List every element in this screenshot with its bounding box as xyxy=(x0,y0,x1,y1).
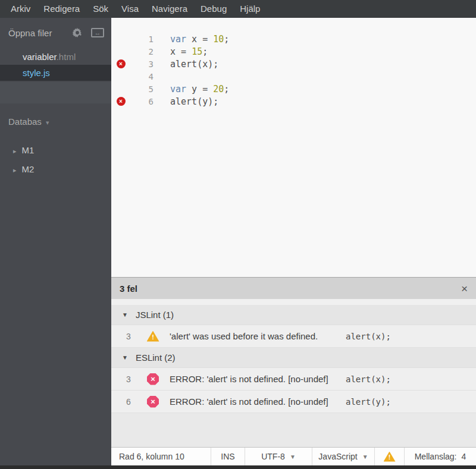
code-token: 15 xyxy=(192,46,202,57)
encoding-value: UTF-8 xyxy=(261,452,285,461)
file-name: variabler xyxy=(23,52,57,62)
file-item-style-js[interactable]: style.js xyxy=(0,65,111,81)
code-text: var y = 20; xyxy=(154,84,229,95)
insert-mode-indicator[interactable]: INS xyxy=(211,448,245,465)
encoding-dropdown[interactable]: UTF-8 ▼ xyxy=(245,448,312,465)
problem-row[interactable]: 3×ERROR: 'alert' is not defined. [no-und… xyxy=(111,368,476,391)
open-files-header: Öppna filer ↔ xyxy=(0,18,111,44)
code-text: x = 15; xyxy=(154,46,208,57)
main-area: 1var x = 10;2x = 15;×3alert(x);45var y =… xyxy=(111,18,476,465)
working-set-band xyxy=(0,82,111,103)
linter-section-label: JSLint (1) xyxy=(136,310,174,320)
indent-label: Mellanslag: xyxy=(415,452,457,461)
code-token: alert(y); xyxy=(170,96,218,107)
line-number: 1 xyxy=(130,34,154,44)
problems-panel: 3 fel × ▼JSLint (1)3'alert' was used bef… xyxy=(111,277,476,447)
problem-icon-cell xyxy=(136,331,170,342)
indent-value: 4 xyxy=(462,452,466,461)
chevron-down-icon: ▼ xyxy=(290,454,296,460)
indent-settings[interactable]: Mellanslag: 4 xyxy=(405,448,476,465)
tree-item-m2[interactable]: ▸M2 xyxy=(0,160,111,179)
panel-title: 3 fel xyxy=(120,284,461,294)
line-number: 3 xyxy=(130,59,154,69)
code-token: ; xyxy=(224,84,229,95)
code-line: 1var x = 10; xyxy=(111,33,476,45)
panel-spacer xyxy=(111,299,476,305)
menu-item-sök[interactable]: Sök xyxy=(86,0,115,18)
menu-item-hjälp[interactable]: Hjälp xyxy=(233,0,267,18)
code-text: var x = 10; xyxy=(154,34,229,45)
code-line: 2x = 15; xyxy=(111,45,476,58)
sidebar: Öppna filer ↔ variabler.htmlstyle.js Dat… xyxy=(0,18,111,465)
code-token: x = xyxy=(186,34,213,45)
line-number: 2 xyxy=(130,47,154,56)
language-value: JavaScript xyxy=(318,452,357,461)
close-icon[interactable]: × xyxy=(461,283,468,294)
problems-list: ▼JSLint (1)3'alert' was used before it w… xyxy=(111,305,476,447)
menu-item-arkiv[interactable]: Arkiv xyxy=(4,0,37,18)
gutter-error-column: × xyxy=(111,97,130,106)
problem-code-snippet: alert(y); xyxy=(346,397,391,407)
menu-item-redigera[interactable]: Redigera xyxy=(37,0,86,18)
tree-item-label: M1 xyxy=(22,145,35,155)
file-extension: .html xyxy=(57,52,76,62)
file-item-variabler[interactable]: variabler.html xyxy=(0,49,111,65)
problem-message: ERROR: 'alert' is not defined. [no-undef… xyxy=(170,396,346,407)
code-token: var xyxy=(170,34,186,45)
code-token: var xyxy=(170,84,186,95)
code-line: 5var y = 20; xyxy=(111,83,476,95)
language-dropdown[interactable]: JavaScript ▼ xyxy=(312,448,375,465)
problem-message: 'alert' was used before it was defined. xyxy=(170,331,346,341)
linter-section-jslint[interactable]: ▼JSLint (1) xyxy=(111,305,476,325)
problem-icon-cell: × xyxy=(136,373,170,385)
code-token: x = xyxy=(170,46,192,57)
line-number: 5 xyxy=(130,84,154,94)
project-dropdown[interactable]: Databas▾ xyxy=(0,117,111,127)
problem-code-snippet: alert(x); xyxy=(346,332,391,341)
tree-item-m1[interactable]: ▸M1 xyxy=(0,141,111,160)
error-icon: × xyxy=(147,373,159,385)
error-icon: × xyxy=(117,97,126,106)
code-token: ; xyxy=(224,34,229,45)
problem-line-number: 3 xyxy=(121,332,136,341)
problem-line-number: 3 xyxy=(121,374,136,384)
menu-item-debug[interactable]: Debug xyxy=(194,0,233,18)
split-view-icon[interactable]: ↔ xyxy=(91,28,104,37)
problem-message: ERROR: 'alert' is not defined. [no-undef… xyxy=(170,374,346,384)
chevron-right-icon: ▸ xyxy=(13,147,17,155)
code-token: 10 xyxy=(213,34,224,45)
cursor-position[interactable]: Rad 6, kolumn 10 xyxy=(111,448,211,465)
chevron-down-icon: ▼ xyxy=(362,454,368,460)
code-line: 4 xyxy=(111,70,476,83)
open-files-list: variabler.htmlstyle.js xyxy=(0,49,111,81)
problem-row[interactable]: 3'alert' was used before it was defined.… xyxy=(111,325,476,348)
status-bar: Rad 6, kolumn 10 INS UTF-8 ▼ JavaScript … xyxy=(111,447,476,465)
problem-icon-cell: × xyxy=(136,396,170,408)
warning-icon xyxy=(147,331,159,342)
line-number: 6 xyxy=(130,97,154,106)
problem-code-snippet: alert(x); xyxy=(346,374,391,384)
menu-item-navigera[interactable]: Navigera xyxy=(145,0,194,18)
gear-icon[interactable] xyxy=(72,27,83,38)
lint-status-indicator[interactable] xyxy=(375,448,405,465)
error-icon: × xyxy=(117,59,126,68)
line-number: 4 xyxy=(130,72,154,81)
code-token: ; xyxy=(202,46,208,57)
linter-section-label: ESLint (2) xyxy=(136,352,176,363)
window-bottom-edge xyxy=(0,465,476,469)
panel-filler xyxy=(111,413,476,447)
menu-item-visa[interactable]: Visa xyxy=(115,0,145,18)
code-token: alert(x); xyxy=(170,59,218,70)
chevron-down-icon: ▾ xyxy=(46,119,49,126)
file-name: style.js xyxy=(23,68,50,78)
brackets-window: ArkivRedigeraSökVisaNavigeraDebugHjälp Ö… xyxy=(0,0,476,469)
code-editor[interactable]: 1var x = 10;2x = 15;×3alert(x);45var y =… xyxy=(111,18,476,277)
tree-item-label: M2 xyxy=(22,164,35,174)
problem-line-number: 6 xyxy=(121,397,136,407)
linter-section-eslint[interactable]: ▼ESLint (2) xyxy=(111,348,476,368)
code-line: ×6alert(y); xyxy=(111,95,476,108)
warning-icon xyxy=(384,452,396,462)
chevron-down-icon: ▼ xyxy=(122,311,128,318)
code-token: 20 xyxy=(213,84,224,95)
problem-row[interactable]: 6×ERROR: 'alert' is not defined. [no-und… xyxy=(111,391,476,413)
